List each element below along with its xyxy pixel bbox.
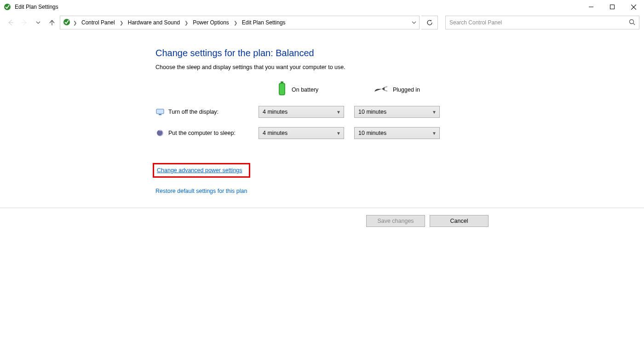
forward-button[interactable] xyxy=(18,17,30,29)
column-plugged-label: Plugged in xyxy=(393,87,420,93)
breadcrumb-separator: ❯ xyxy=(184,20,189,25)
display-icon xyxy=(155,107,165,116)
back-button[interactable] xyxy=(5,17,17,29)
address-dropdown[interactable] xyxy=(409,16,419,29)
titlebar: Edit Plan Settings xyxy=(0,0,644,14)
breadcrumb-icon xyxy=(63,18,70,27)
button-bar: Save changes Cancel xyxy=(0,208,644,233)
chevron-down-icon: ▼ xyxy=(432,131,437,136)
minimize-button[interactable] xyxy=(581,0,602,14)
breadcrumb-item-2[interactable]: Power Options xyxy=(191,18,231,27)
sleep-battery-dropdown[interactable]: 4 minutes ▼ xyxy=(259,127,344,139)
chevron-down-icon: ▼ xyxy=(336,131,341,136)
row-display: Turn off the display: 4 minutes ▼ 10 min… xyxy=(155,106,644,118)
sleep-icon xyxy=(155,128,165,138)
restore-defaults-link[interactable]: Restore default settings for this plan xyxy=(155,188,247,194)
breadcrumb-separator: ❯ xyxy=(119,20,124,25)
highlighted-advanced-link: Change advanced power settings xyxy=(153,163,250,178)
up-button[interactable] xyxy=(46,17,58,29)
app-icon xyxy=(4,3,11,11)
breadcrumb-item-0[interactable]: Control Panel xyxy=(80,18,117,27)
search-input[interactable] xyxy=(449,19,629,26)
sleep-plugged-value: 10 minutes xyxy=(358,130,386,136)
content-pane: Change settings for the plan: Balanced C… xyxy=(0,31,644,194)
column-on-battery: On battery xyxy=(259,81,355,98)
sleep-battery-value: 4 minutes xyxy=(263,130,288,136)
chevron-down-icon: ▼ xyxy=(336,110,341,115)
display-plugged-dropdown[interactable]: 10 minutes ▼ xyxy=(354,106,440,118)
svg-rect-13 xyxy=(156,109,164,114)
row-sleep-label: Put the computer to sleep: xyxy=(168,130,259,136)
save-button[interactable]: Save changes xyxy=(366,215,425,227)
display-battery-value: 4 minutes xyxy=(263,109,288,115)
display-battery-dropdown[interactable]: 4 minutes ▼ xyxy=(259,106,344,118)
page-subtext: Choose the sleep and display settings th… xyxy=(155,64,644,70)
refresh-button[interactable] xyxy=(421,16,438,29)
close-button[interactable] xyxy=(623,0,644,14)
svg-rect-12 xyxy=(280,84,284,94)
window-title: Edit Plan Settings xyxy=(15,4,58,10)
display-plugged-value: 10 minutes xyxy=(358,109,386,115)
battery-icon xyxy=(277,81,287,98)
svg-point-8 xyxy=(630,19,634,23)
cancel-button[interactable]: Cancel xyxy=(430,215,489,227)
breadcrumb-item-1[interactable]: Hardware and Sound xyxy=(126,18,182,27)
chevron-down-icon: ▼ xyxy=(432,110,437,115)
maximize-button[interactable] xyxy=(602,0,623,14)
sleep-plugged-dropdown[interactable]: 10 minutes ▼ xyxy=(354,127,440,139)
breadcrumb-item-3[interactable]: Edit Plan Settings xyxy=(240,18,288,27)
svg-rect-14 xyxy=(159,114,161,115)
breadcrumb-separator: ❯ xyxy=(233,20,238,25)
search-box[interactable] xyxy=(445,16,639,29)
svg-line-9 xyxy=(633,23,635,25)
search-icon xyxy=(629,19,635,27)
column-battery-label: On battery xyxy=(292,87,318,93)
breadcrumb-separator: ❯ xyxy=(72,20,78,25)
advanced-power-settings-link[interactable]: Change advanced power settings xyxy=(157,167,242,174)
columns-header: On battery Plugged in xyxy=(259,81,644,98)
page-heading: Change settings for the plan: Balanced xyxy=(155,48,644,58)
breadcrumb-bar[interactable]: ❯ Control Panel ❯ Hardware and Sound ❯ P… xyxy=(60,16,420,29)
row-display-label: Turn off the display: xyxy=(168,109,259,115)
row-sleep: Put the computer to sleep: 4 minutes ▼ 1… xyxy=(155,127,644,139)
toolbar: ❯ Control Panel ❯ Hardware and Sound ❯ P… xyxy=(0,14,644,31)
svg-rect-2 xyxy=(610,5,615,9)
svg-rect-10 xyxy=(281,81,283,83)
plug-icon xyxy=(374,84,388,95)
recent-dropdown[interactable] xyxy=(32,17,44,29)
column-plugged-in: Plugged in xyxy=(355,81,452,98)
